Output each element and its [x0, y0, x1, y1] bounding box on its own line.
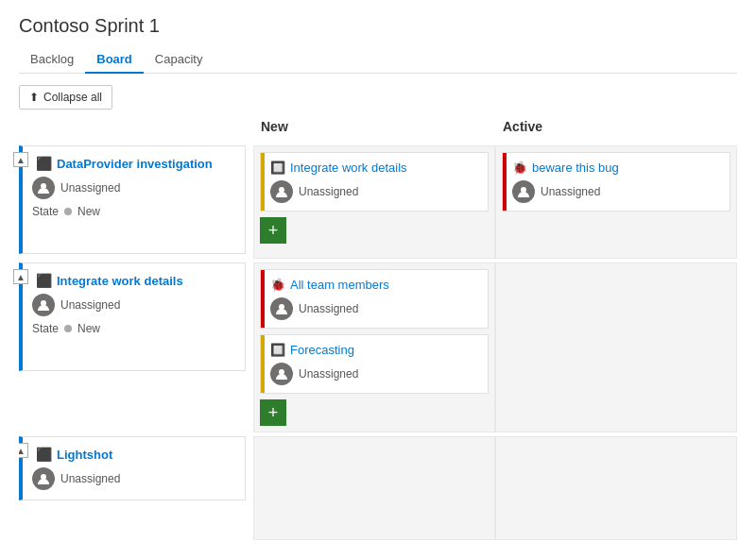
card-assignee-bug-1: Unassigned — [512, 180, 720, 203]
card-assignee-forecast: Unassigned — [270, 363, 478, 385]
swimlane-row-3: ▲ ⬛ Lightshot Unassigned — [19, 436, 737, 540]
card-assignee-integrate-1: Unassigned — [270, 180, 478, 203]
card-avatar-bug-1 — [512, 180, 535, 203]
card-bar-yellow-2 — [261, 335, 265, 393]
card-icon-task: 🔲 — [270, 161, 285, 175]
cell-row1-new: 🔲 Integrate work details Unassigned + — [253, 145, 495, 259]
task-card-bug-1: 🐞 beware this bug Unassigned — [502, 152, 730, 212]
tab-capacity[interactable]: Capacity — [144, 46, 215, 74]
card-bar-red — [503, 153, 507, 211]
card-title-team[interactable]: 🐞 All team members — [270, 278, 478, 292]
collapse-all-button[interactable]: ⬆ Collapse all — [19, 85, 112, 110]
page-title: Contoso Sprint 1 — [19, 15, 737, 37]
swimlane-left-panel-2: ▲ ⬛ Integrate work details Unassigned St… — [19, 263, 246, 432]
card-avatar-1 — [270, 180, 293, 203]
cell-row1-active: 🐞 beware this bug Unassigned — [495, 145, 737, 259]
card-avatar-team — [270, 297, 293, 320]
swimlane-panel-1: ▲ ⬛ DataProvider investigation Unassigne… — [19, 145, 246, 254]
left-panel-assignee-1: Unassigned — [32, 177, 235, 199]
swimlane-panel-3: ▲ ⬛ Lightshot Unassigned — [19, 436, 246, 500]
column-headers-row: New Active — [19, 119, 737, 142]
swimlane-left-panel-3: ▲ ⬛ Lightshot Unassigned — [19, 436, 246, 540]
task-icon-2: ⬛ — [36, 273, 52, 288]
nav-tabs: Backlog Board Capacity — [19, 46, 737, 74]
swimlane-cells-3 — [253, 436, 737, 540]
card-icon-task-2: 🔲 — [270, 343, 285, 357]
toolbar: ⬆ Collapse all — [19, 85, 737, 110]
cell-row2-active — [495, 263, 737, 432]
state-dot-2 — [64, 325, 72, 332]
avatar-3 — [32, 467, 55, 490]
swimlane-cells-2: 🐞 All team members Unassigned 🔲 — [253, 263, 737, 432]
card-title-forecast[interactable]: 🔲 Forecasting — [270, 343, 478, 357]
swimlane-row-1: ▲ ⬛ DataProvider investigation Unassigne… — [19, 145, 737, 259]
left-panel-title-3: ⬛ Lightshot — [32, 447, 235, 462]
avatar-1 — [32, 177, 55, 199]
tab-board[interactable]: Board — [85, 46, 144, 74]
left-panel-title-2: ⬛ Integrate work details — [32, 273, 235, 288]
column-header-active: Active — [495, 119, 737, 142]
left-panel-state-2: State New — [32, 322, 235, 335]
tab-backlog[interactable]: Backlog — [19, 46, 85, 74]
left-panel-assignee-3: Unassigned — [32, 467, 235, 490]
left-panel-assignee-2: Unassigned — [32, 294, 235, 316]
avatar-2 — [32, 294, 55, 316]
card-icon-bug-2: 🐞 — [270, 278, 285, 292]
task-card-team: 🐞 All team members Unassigned — [260, 269, 489, 329]
left-panel-title-1: ⬛ DataProvider investigation — [32, 156, 235, 171]
swimlane-toggle-3[interactable]: ▲ — [19, 443, 28, 458]
spacer — [19, 119, 253, 142]
card-title-bug-1[interactable]: 🐞 beware this bug — [512, 161, 720, 175]
cell-row3-new — [253, 436, 495, 540]
column-header-new: New — [253, 119, 495, 142]
app-container: Contoso Sprint 1 Backlog Board Capacity … — [0, 0, 756, 559]
task-icon-1: ⬛ — [36, 156, 52, 171]
cell-row3-active — [495, 436, 737, 540]
swimlane-panel-2: ▲ ⬛ Integrate work details Unassigned St… — [19, 263, 246, 371]
swimlane-left-panel-1: ▲ ⬛ DataProvider investigation Unassigne… — [19, 145, 246, 259]
task-card-integrate-1: 🔲 Integrate work details Unassigned — [260, 152, 489, 212]
swimlane-row-2: ▲ ⬛ Integrate work details Unassigned St… — [19, 263, 737, 432]
card-avatar-forecast — [270, 363, 293, 385]
card-icon-bug: 🐞 — [512, 161, 527, 175]
state-dot-1 — [64, 208, 72, 215]
left-panel-state-1: State New — [32, 205, 235, 218]
card-assignee-team: Unassigned — [270, 297, 478, 320]
task-icon-3: ⬛ — [36, 447, 52, 462]
swimlane-toggle-1[interactable]: ▲ — [13, 152, 28, 167]
card-bar-yellow — [261, 153, 265, 211]
task-card-forecast: 🔲 Forecasting Unassigned — [260, 334, 489, 394]
card-bar-red-2 — [261, 270, 265, 328]
add-card-button-row1-new[interactable]: + — [260, 217, 286, 244]
cell-row2-new: 🐞 All team members Unassigned 🔲 — [253, 263, 495, 432]
card-title-integrate-1[interactable]: 🔲 Integrate work details — [270, 161, 478, 175]
add-card-button-row2-new[interactable]: + — [260, 399, 286, 426]
swimlane-cells-1: 🔲 Integrate work details Unassigned + — [253, 145, 737, 259]
swimlane-toggle-2[interactable]: ▲ — [13, 269, 28, 284]
collapse-icon: ⬆ — [29, 91, 39, 104]
